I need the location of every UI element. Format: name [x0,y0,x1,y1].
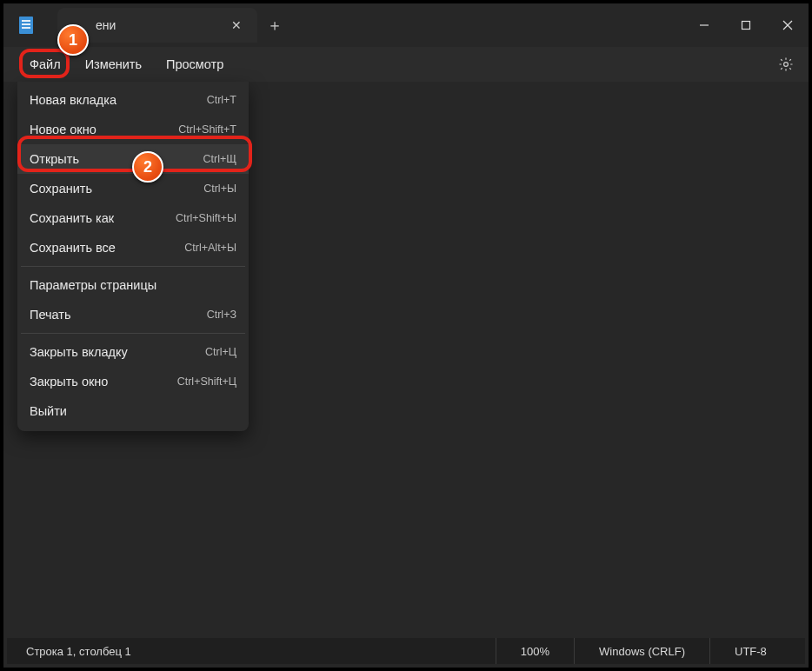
file-menu-item[interactable]: Сохранить какCtrl+Shift+Ы [17,203,249,233]
svg-point-4 [784,63,789,67]
statusbar: Строка 1, столбец 1 100% Windows (CRLF) … [7,638,805,664]
status-cursor-position[interactable]: Строка 1, столбец 1 [7,645,131,658]
menu-item-label: Новая вкладка [30,93,116,107]
tab-close-button[interactable]: ✕ [226,15,247,36]
menu-edit[interactable]: Изменить [73,52,154,76]
menu-item-label: Параметры страницы [30,278,156,292]
app-window: ени ✕ ＋ Файл Изменить Просмотр [0,0,812,671]
minimize-button[interactable] [683,3,725,47]
menubar: Файл Изменить Просмотр [3,47,809,82]
menu-file[interactable]: Файл [17,52,73,76]
maximize-button[interactable] [725,3,767,47]
menu-item-label: Закрыть окно [30,375,108,389]
file-menu-item[interactable]: Сохранить всеCtrl+Alt+Ы [17,233,249,262]
status-line-ending[interactable]: Windows (CRLF) [574,638,709,664]
menu-item-label: Печать [30,308,71,322]
menu-item-shortcut: Ctrl+Ы [203,183,236,195]
file-menu-item[interactable]: Новая вкладкаCtrl+T [17,85,249,115]
menu-item-shortcut: Ctrl+T [207,94,236,106]
notepad-icon [19,17,33,34]
file-menu-item[interactable]: СохранитьCtrl+Ы [17,174,249,203]
file-menu-dropdown: Новая вкладкаCtrl+TНовое окноCtrl+Shift+… [17,82,249,431]
menu-item-shortcut: Ctrl+Щ [203,153,236,165]
settings-button[interactable] [772,50,800,78]
menu-separator [21,333,245,334]
file-menu-item[interactable]: Параметры страницы [17,270,249,300]
file-menu-item[interactable]: Выйти [17,396,249,426]
status-encoding[interactable]: UTF-8 [709,638,805,664]
menu-item-shortcut: Ctrl+Ц [205,346,236,358]
file-menu-item[interactable]: Закрыть окноCtrl+Shift+Ц [17,367,249,396]
gear-icon [778,56,794,72]
menu-item-shortcut: Ctrl+Shift+T [178,123,236,136]
menu-item-label: Сохранить как [30,211,114,225]
menu-item-label: Сохранить все [30,241,116,255]
menu-item-label: Сохранить [30,182,92,196]
menu-item-shortcut: Ctrl+Alt+Ы [184,242,236,254]
file-menu-item[interactable]: ОткрытьCtrl+Щ [17,144,249,174]
close-window-button[interactable] [767,3,809,47]
menu-item-label: Новое окно [30,123,97,136]
menu-item-shortcut: Ctrl+Shift+Ц [177,375,236,388]
tab-current[interactable]: ени ✕ [57,8,257,43]
new-tab-button[interactable]: ＋ [257,8,292,43]
menu-item-shortcut: Ctrl+Shift+Ы [176,212,236,224]
menu-separator [21,266,245,267]
file-menu-item[interactable]: Новое окноCtrl+Shift+T [17,115,249,144]
menu-item-label: Выйти [30,404,67,418]
tab-title: ени [96,18,116,32]
menu-item-shortcut: Ctrl+З [207,309,236,321]
file-menu-item[interactable]: ПечатьCtrl+З [17,300,249,329]
svg-rect-1 [742,22,750,30]
titlebar: ени ✕ ＋ [3,3,809,47]
menu-view[interactable]: Просмотр [154,52,236,76]
menu-item-label: Открыть [30,152,79,166]
status-zoom[interactable]: 100% [496,638,574,664]
menu-item-label: Закрыть вкладку [30,345,128,359]
window-controls [683,3,809,47]
file-menu-item[interactable]: Закрыть вкладкуCtrl+Ц [17,337,249,367]
